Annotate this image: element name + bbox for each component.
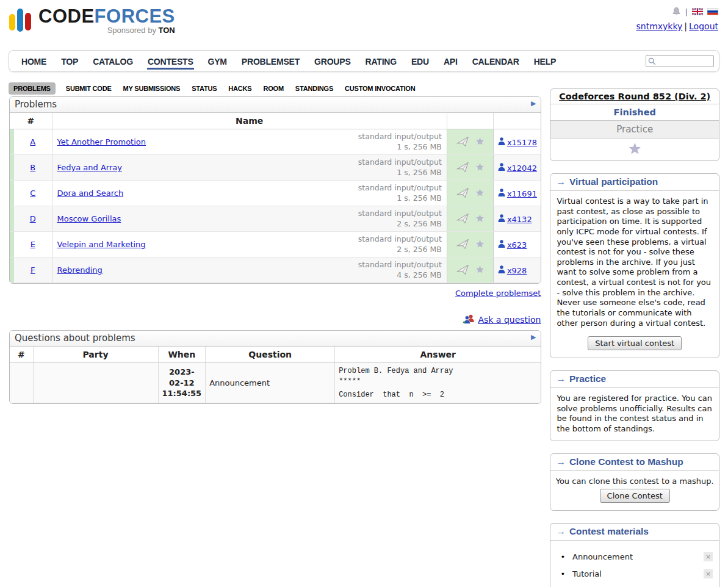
nav-item-catalog[interactable]: CATALOG bbox=[85, 51, 140, 71]
start-virtual-contest-button[interactable]: Start virtual contest bbox=[588, 336, 682, 350]
ask-question-link[interactable]: Ask a question bbox=[478, 315, 541, 325]
favorite-star-icon[interactable]: ★ bbox=[476, 240, 484, 249]
problem-letter-link[interactable]: C bbox=[30, 189, 35, 198]
tab-my-submissions[interactable]: MY SUBMISSIONS bbox=[123, 85, 181, 92]
ask-question-people-icon bbox=[463, 314, 475, 325]
caption-arrow-icon: → bbox=[556, 176, 566, 187]
nav-item-top[interactable]: TOP bbox=[54, 51, 85, 71]
table-row-problem-c: C Dora and Search standard input/output1… bbox=[10, 181, 541, 206]
problems-box: Problems ▶ # Name A Yet Another Promotio… bbox=[9, 96, 541, 284]
search-box bbox=[646, 55, 714, 67]
tab-room[interactable]: ROOM bbox=[263, 85, 283, 92]
nav-item-calendar[interactable]: CALENDAR bbox=[465, 51, 527, 71]
nav-item-api[interactable]: API bbox=[436, 51, 465, 71]
nav-item-edu[interactable]: EDU bbox=[404, 51, 436, 71]
search-input[interactable] bbox=[657, 57, 712, 65]
list-item-announcement: • Announcement × bbox=[560, 552, 713, 561]
nav-item-rating[interactable]: RATING bbox=[358, 51, 404, 71]
flag-ru-icon[interactable] bbox=[707, 8, 718, 15]
submit-plane-icon[interactable] bbox=[456, 137, 470, 148]
favorite-star-icon[interactable]: ★ bbox=[476, 189, 484, 198]
problem-name-link[interactable]: Yet Another Promotion bbox=[57, 137, 146, 146]
table-row-problem-f: F Rebrending standard input/output4 s, 2… bbox=[10, 257, 541, 283]
complete-problemset-link[interactable]: Complete problemset bbox=[455, 289, 541, 298]
contest-materials-box: →Contest materials • Announcement × • Tu… bbox=[550, 523, 719, 587]
solved-indicator bbox=[10, 257, 14, 283]
problem-letter-link[interactable]: B bbox=[30, 163, 35, 172]
problem-letter-link[interactable]: E bbox=[31, 240, 35, 249]
nav-item-problemset[interactable]: PROBLEMSET bbox=[234, 51, 307, 71]
codeforces-logo[interactable]: CODEFORCES Sponsored by TON bbox=[9, 6, 719, 35]
bell-icon[interactable] bbox=[672, 7, 681, 16]
nav-item-groups[interactable]: GROUPS bbox=[307, 51, 358, 71]
solved-indicator bbox=[10, 155, 14, 181]
solver-person-icon bbox=[498, 138, 505, 147]
solved-count-link[interactable]: x4132 bbox=[507, 215, 532, 224]
submit-plane-icon[interactable] bbox=[456, 239, 470, 250]
tab-standings[interactable]: STANDINGS bbox=[295, 85, 333, 92]
tab-hacks[interactable]: HACKS bbox=[228, 85, 251, 92]
submit-plane-icon[interactable] bbox=[456, 162, 470, 173]
solved-count-link[interactable]: x11691 bbox=[507, 189, 537, 198]
table-row-problem-b: B Fedya and Array standard input/output1… bbox=[10, 155, 541, 181]
favorite-star-icon[interactable]: ★ bbox=[476, 265, 484, 275]
contest-favorite-star-icon[interactable]: ★ bbox=[628, 140, 641, 157]
close-icon[interactable]: × bbox=[704, 552, 713, 561]
contest-materials-caption: →Contest materials bbox=[550, 524, 719, 541]
questions-box: Questions about problems ▶ # Party When … bbox=[9, 330, 541, 404]
favorite-star-icon[interactable]: ★ bbox=[476, 137, 484, 146]
nav-item-contests[interactable]: CONTESTS bbox=[140, 51, 201, 71]
favorite-star-icon[interactable]: ★ bbox=[476, 214, 484, 223]
virtual-participation-text: Virtual contest is a way to take part in… bbox=[550, 191, 719, 334]
tab-problems[interactable]: PROBLEMS bbox=[9, 82, 56, 95]
problem-letter-link[interactable]: D bbox=[30, 214, 36, 223]
questions-col-index: # bbox=[10, 347, 33, 363]
collapse-arrow-icon[interactable]: ▶ bbox=[531, 99, 536, 107]
questions-col-answer: Answer bbox=[335, 347, 541, 363]
problem-letter-link[interactable]: A bbox=[30, 137, 35, 146]
problem-name-link[interactable]: Velepin and Marketing bbox=[57, 240, 146, 249]
contest-title-link[interactable]: Codeforces Round 852 (Div. 2) bbox=[559, 92, 710, 101]
favorite-star-icon[interactable]: ★ bbox=[476, 163, 484, 172]
logo-bars-icon bbox=[9, 7, 33, 32]
question-when-cell: 2023-02-12 11:54:55 bbox=[158, 363, 206, 403]
problem-limits: standard input/output1 s, 256 MB bbox=[358, 183, 442, 203]
logout-link[interactable]: Logout bbox=[689, 21, 718, 31]
tab-submit-code[interactable]: SUBMIT CODE bbox=[66, 85, 112, 92]
username-link[interactable]: sntmxykky bbox=[636, 21, 682, 31]
clone-contest-button[interactable]: Clone Contest bbox=[600, 489, 670, 503]
tab-custom-invocation[interactable]: CUSTOM INVOCATION bbox=[345, 85, 415, 92]
problem-name-link[interactable]: Fedya and Array bbox=[57, 163, 122, 172]
nav-item-help[interactable]: HELP bbox=[527, 51, 564, 71]
solved-count-link[interactable]: x12042 bbox=[507, 164, 537, 173]
tab-status[interactable]: STATUS bbox=[192, 85, 217, 92]
submit-plane-icon[interactable] bbox=[456, 188, 470, 199]
problem-letter-link[interactable]: F bbox=[31, 265, 35, 275]
questions-col-question: Question bbox=[206, 347, 335, 363]
material-tutorial-link[interactable]: Tutorial bbox=[572, 569, 704, 578]
solved-count-link[interactable]: x623 bbox=[507, 240, 527, 250]
separator: | bbox=[685, 7, 688, 16]
problem-name-link[interactable]: Dora and Search bbox=[57, 189, 124, 198]
solved-count-link[interactable]: x15178 bbox=[507, 138, 537, 147]
problem-name-link[interactable]: Moscow Gorillas bbox=[57, 214, 121, 223]
solved-indicator bbox=[10, 232, 14, 257]
nav-item-home[interactable]: HOME bbox=[14, 51, 54, 71]
submit-plane-icon[interactable] bbox=[456, 265, 470, 276]
question-party-cell bbox=[33, 363, 158, 403]
flag-en-icon[interactable] bbox=[692, 8, 703, 15]
collapse-arrow-icon[interactable]: ▶ bbox=[531, 333, 536, 341]
table-row-problem-d: D Moscow Gorillas standard input/output2… bbox=[10, 206, 541, 232]
solved-indicator bbox=[10, 206, 14, 232]
submit-plane-icon[interactable] bbox=[456, 214, 470, 225]
problem-name-link[interactable]: Rebrending bbox=[57, 265, 103, 275]
questions-col-when: When bbox=[158, 347, 206, 363]
solved-count-link[interactable]: x928 bbox=[507, 266, 527, 275]
material-announcement-link[interactable]: Announcement bbox=[572, 552, 704, 561]
contest-info-box: Codeforces Round 852 (Div. 2) Finished P… bbox=[550, 88, 719, 161]
problems-col-actions bbox=[447, 113, 493, 129]
close-icon[interactable]: × bbox=[704, 569, 713, 578]
solver-person-icon bbox=[498, 189, 505, 198]
nav-item-gym[interactable]: GYM bbox=[201, 51, 234, 71]
caption-arrow-icon: → bbox=[556, 373, 566, 384]
